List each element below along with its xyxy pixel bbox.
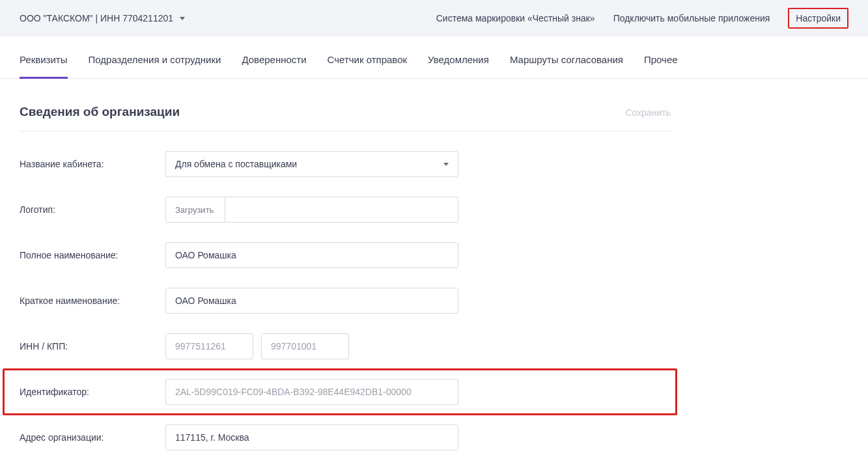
row-full-name: Полное наименование: [20,242,671,268]
inn-input[interactable] [165,333,253,359]
logo-filename-field [225,197,458,223]
row-short-name: Краткое наименование: [20,288,671,314]
label-identifier: Идентификатор: [20,387,165,397]
label-short-name: Краткое наименование: [20,296,165,306]
row-org-address: Адрес организации: [20,424,671,450]
logo-upload-button[interactable]: Загрузить [165,197,225,223]
full-name-input[interactable] [165,242,458,268]
tab-powers[interactable]: Доверенности [242,42,306,78]
tabs-bar: Реквизиты Подразделения и сотрудники Дов… [0,42,868,79]
org-selector[interactable]: ООО "ТАКСКОМ" | ИНН 7704211201 [20,13,185,23]
tab-requisites[interactable]: Реквизиты [20,42,68,78]
link-marking-system[interactable]: Система маркировки «Честный знак» [436,13,595,23]
save-button[interactable]: Сохранить [625,107,671,118]
content: Сведения об организации Сохранить Назван… [0,79,690,455]
org-label: ООО "ТАКСКОМ" | ИНН 7704211201 [20,13,173,23]
org-address-input[interactable] [165,424,458,450]
cabinet-name-select[interactable]: Для обмена с поставщиками [165,151,458,177]
short-name-input[interactable] [165,288,458,314]
top-bar: ООО "ТАКСКОМ" | ИНН 7704211201 Система м… [0,0,868,36]
section-header: Сведения об организации Сохранить [20,105,671,131]
label-full-name: Полное наименование: [20,250,165,260]
link-mobile-apps[interactable]: Подключить мобильные приложения [613,13,770,23]
kpp-input[interactable] [261,333,349,359]
section-title: Сведения об организации [20,105,180,119]
link-settings[interactable]: Настройки [788,8,848,29]
cabinet-name-value: Для обмена с поставщиками [175,159,297,169]
row-cabinet-name: Название кабинета: Для обмена с поставщи… [20,151,671,177]
chevron-down-icon [180,17,185,20]
row-logo: Логотип: Загрузить [20,197,671,223]
tabs: Реквизиты Подразделения и сотрудники Дов… [20,42,848,78]
tab-notifications[interactable]: Уведомления [428,42,489,78]
label-logo: Логотип: [20,204,165,215]
chevron-down-icon [443,163,449,166]
label-org-address: Адрес организации: [20,432,165,443]
label-cabinet-name: Название кабинета: [20,159,165,169]
tab-divisions[interactable]: Подразделения и сотрудники [89,42,221,78]
top-links: Система маркировки «Честный знак» Подклю… [436,8,848,29]
identifier-input[interactable] [165,379,458,405]
tab-routes[interactable]: Маршруты согласования [510,42,623,78]
tab-other[interactable]: Прочее [644,42,678,78]
label-inn-kpp: ИНН / КПП: [20,341,165,352]
tab-counter[interactable]: Счетчик отправок [328,42,408,78]
row-inn-kpp: ИНН / КПП: [20,333,671,359]
row-identifier: Идентификатор: [20,379,671,405]
